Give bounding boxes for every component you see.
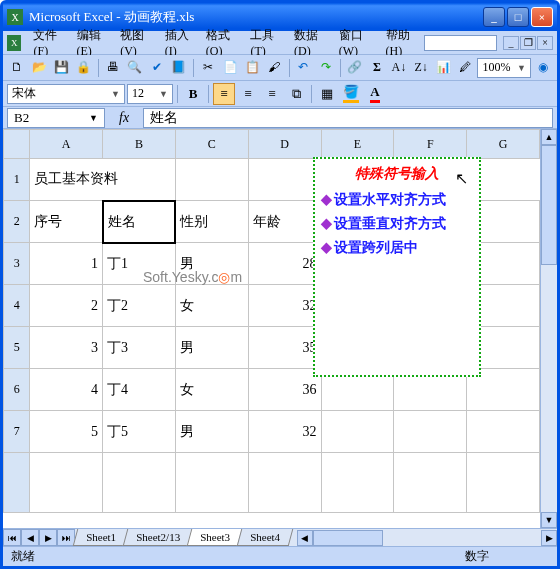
cell[interactable] bbox=[30, 453, 103, 513]
col-header[interactable]: C bbox=[175, 130, 248, 159]
scroll-right-button[interactable]: ▶ bbox=[541, 530, 557, 546]
cell[interactable]: 丁5 bbox=[103, 411, 176, 453]
cell-active[interactable]: 姓名 bbox=[103, 201, 176, 243]
tab-next-button[interactable]: ▶ bbox=[39, 529, 57, 546]
scroll-thumb-h[interactable] bbox=[313, 530, 383, 546]
chart-button[interactable]: 📊 bbox=[433, 57, 453, 79]
cell[interactable]: 男 bbox=[175, 243, 248, 285]
align-left-button[interactable]: ≡ bbox=[213, 83, 235, 105]
cell[interactable] bbox=[394, 453, 467, 513]
col-header[interactable]: B bbox=[103, 130, 176, 159]
redo-button[interactable]: ↷ bbox=[316, 57, 336, 79]
select-all-corner[interactable] bbox=[4, 130, 30, 159]
scroll-left-button[interactable]: ◀ bbox=[297, 530, 313, 546]
mdi-minimize-button[interactable]: _ bbox=[503, 36, 519, 50]
mdi-close-button[interactable]: × bbox=[537, 36, 553, 50]
cell[interactable]: 丁4 bbox=[103, 369, 176, 411]
cell[interactable]: 性别 bbox=[175, 201, 248, 243]
save-button[interactable]: 💾 bbox=[51, 57, 71, 79]
fx-icon[interactable]: fx bbox=[105, 110, 143, 126]
format-painter-button[interactable]: 🖌 bbox=[264, 57, 284, 79]
copy-button[interactable]: 📄 bbox=[220, 57, 240, 79]
autosum-button[interactable]: Σ bbox=[367, 57, 387, 79]
row-header[interactable]: 2 bbox=[4, 201, 30, 243]
help-search-input[interactable] bbox=[424, 35, 497, 51]
open-button[interactable]: 📂 bbox=[29, 57, 49, 79]
row-header[interactable]: 1 bbox=[4, 159, 30, 201]
cell[interactable]: 男 bbox=[175, 327, 248, 369]
cell[interactable]: 男 bbox=[175, 411, 248, 453]
cell[interactable] bbox=[103, 453, 176, 513]
new-button[interactable]: 🗋 bbox=[7, 57, 27, 79]
close-button[interactable]: × bbox=[531, 7, 553, 27]
row-header[interactable]: 3 bbox=[4, 243, 30, 285]
cell[interactable]: 年龄 bbox=[248, 201, 321, 243]
maximize-button[interactable]: □ bbox=[507, 7, 529, 27]
sort-asc-button[interactable]: A↓ bbox=[389, 57, 409, 79]
font-color-button[interactable]: A bbox=[364, 83, 386, 105]
fill-color-button[interactable]: 🪣 bbox=[340, 83, 362, 105]
sheet-tab[interactable]: Sheet1 bbox=[73, 529, 130, 546]
cell[interactable]: 女 bbox=[175, 369, 248, 411]
cell[interactable] bbox=[248, 159, 321, 201]
cell[interactable]: 丁3 bbox=[103, 327, 176, 369]
doc-icon[interactable]: X bbox=[7, 35, 21, 51]
cell[interactable]: 2 bbox=[30, 285, 103, 327]
preview-button[interactable]: 🔍 bbox=[125, 57, 145, 79]
scroll-up-button[interactable]: ▲ bbox=[541, 129, 557, 145]
align-right-button[interactable]: ≡ bbox=[261, 83, 283, 105]
sheet-tab[interactable]: Sheet4 bbox=[237, 529, 294, 546]
cell[interactable]: 32 bbox=[248, 411, 321, 453]
cut-button[interactable]: ✂ bbox=[198, 57, 218, 79]
bold-button[interactable]: B bbox=[182, 83, 204, 105]
cell[interactable]: 32 bbox=[248, 285, 321, 327]
cell[interactable]: 丁1 bbox=[103, 243, 176, 285]
spreadsheet-grid[interactable]: A B C D E F G 1 员工基本资料 2 序号 姓名 性别 bbox=[3, 129, 540, 528]
tab-prev-button[interactable]: ◀ bbox=[21, 529, 39, 546]
font-name-combo[interactable]: 宋体▼ bbox=[7, 84, 125, 104]
col-header[interactable]: E bbox=[321, 130, 394, 159]
cell[interactable]: 员工基本资料 bbox=[30, 159, 176, 201]
cell[interactable]: 36 bbox=[248, 369, 321, 411]
row-header[interactable] bbox=[4, 453, 30, 513]
cell[interactable] bbox=[175, 159, 248, 201]
tab-first-button[interactable]: ⏮ bbox=[3, 529, 21, 546]
col-header[interactable]: D bbox=[248, 130, 321, 159]
undo-button[interactable]: ↶ bbox=[293, 57, 313, 79]
sort-desc-button[interactable]: Z↓ bbox=[411, 57, 431, 79]
mdi-restore-button[interactable]: ❐ bbox=[520, 36, 536, 50]
row-header[interactable]: 7 bbox=[4, 411, 30, 453]
horizontal-scrollbar[interactable]: ◀ ▶ bbox=[297, 529, 557, 546]
print-button[interactable]: 🖶 bbox=[102, 57, 122, 79]
align-center-button[interactable]: ≡ bbox=[237, 83, 259, 105]
cell[interactable] bbox=[467, 453, 540, 513]
cell[interactable] bbox=[175, 453, 248, 513]
sheet-tab-active[interactable]: Sheet3 bbox=[187, 529, 244, 546]
help-button[interactable]: ◉ bbox=[533, 57, 553, 79]
drawing-button[interactable]: 🖉 bbox=[455, 57, 475, 79]
cell[interactable]: 5 bbox=[30, 411, 103, 453]
permission-button[interactable]: 🔒 bbox=[73, 57, 93, 79]
hyperlink-button[interactable]: 🔗 bbox=[345, 57, 365, 79]
research-button[interactable]: 📘 bbox=[169, 57, 189, 79]
row-header[interactable]: 6 bbox=[4, 369, 30, 411]
cell[interactable] bbox=[321, 411, 394, 453]
sheet-tab[interactable]: Sheet2/13 bbox=[123, 529, 194, 546]
cell[interactable]: 4 bbox=[30, 369, 103, 411]
cell[interactable]: 序号 bbox=[30, 201, 103, 243]
font-size-combo[interactable]: 12▼ bbox=[127, 84, 173, 104]
col-header[interactable]: G bbox=[467, 130, 540, 159]
col-header[interactable]: F bbox=[394, 130, 467, 159]
cell[interactable] bbox=[467, 411, 540, 453]
minimize-button[interactable]: _ bbox=[483, 7, 505, 27]
spelling-button[interactable]: ✔ bbox=[147, 57, 167, 79]
scroll-thumb[interactable] bbox=[541, 145, 557, 265]
cell[interactable]: 丁2 bbox=[103, 285, 176, 327]
vertical-scrollbar[interactable]: ▲ ▼ bbox=[540, 129, 557, 528]
merge-center-button[interactable]: ⧉ bbox=[285, 83, 307, 105]
cell[interactable] bbox=[321, 453, 394, 513]
borders-button[interactable]: ▦ bbox=[316, 83, 338, 105]
cell[interactable]: 3 bbox=[30, 327, 103, 369]
paste-button[interactable]: 📋 bbox=[242, 57, 262, 79]
zoom-combo[interactable]: 100%▼ bbox=[477, 58, 531, 78]
